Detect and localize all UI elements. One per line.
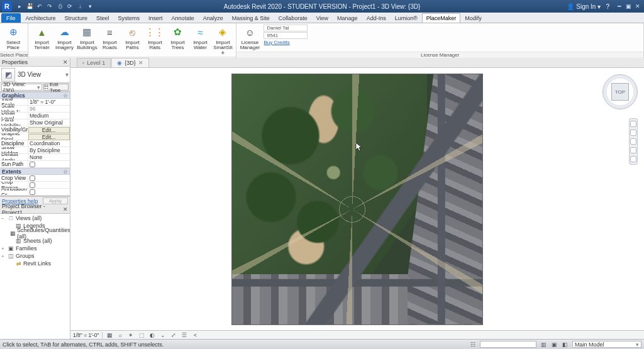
license-manager-button[interactable]: ☺LicenseManager [238,24,261,51]
close-icon[interactable]: ✕ [138,60,143,66]
ribbon-tab[interactable]: Architecture [21,13,60,23]
minimize-button[interactable]: ━ [614,2,623,11]
ribbon-tab[interactable]: Manage [333,13,362,23]
view-tab[interactable]: ▫ Level 1 [77,58,111,67]
import-rails-button[interactable]: ⋮⋮ImportRails [143,24,166,56]
close-button[interactable]: ✕ [633,2,642,11]
property-value[interactable] [28,175,70,181]
qat-save-icon[interactable]: 💾 [25,2,34,11]
ribbon-tab[interactable]: Modify [460,13,486,23]
view-cube[interactable]: TOP [602,74,638,109]
sun-path-icon[interactable]: ✶ [127,331,135,339]
ribbon-tab[interactable]: Add-Ins [362,13,391,23]
visual-style-icon[interactable]: ☼ [116,331,124,339]
nav-wheel-icon[interactable] [630,121,636,127]
shadows-icon[interactable]: ⬚ [138,331,145,339]
close-icon[interactable]: ✕ [63,59,68,65]
qat-print-icon[interactable]: ⎙ [55,2,64,11]
tree-node-icon: ▥ [15,238,22,245]
ribbon-tab[interactable]: Annotate [167,13,199,23]
buildings-icon: ▦ [79,25,94,40]
selection-filter-icon[interactable]: ☷ [469,341,476,348]
select-place-button[interactable]: ⊕ SelectPlace [2,24,25,51]
worksets-icon[interactable]: ▥ [540,341,547,348]
ribbon-tab[interactable]: Systems [114,13,145,23]
qat-redo-icon[interactable]: ↷ [45,2,54,11]
property-value[interactable]: 96 [28,106,70,112]
edit-type-button[interactable]: ☷Edit Type [43,84,69,91]
nav-look-icon[interactable] [630,156,636,162]
tree-twisty-icon[interactable]: − [1,216,6,221]
property-value[interactable] [28,189,70,195]
file-tab[interactable]: File [1,13,21,23]
restore-button[interactable]: ▣ [624,2,633,11]
property-row: DisciplineCoordination [0,140,70,147]
qat-sync-icon[interactable]: ⟳ [65,2,74,11]
tree-twisty-icon[interactable]: + [1,246,6,252]
buy-credits-link[interactable]: Buy Credits [264,40,308,45]
drawing-canvas[interactable]: TOP [70,68,644,330]
import-trees-button[interactable]: ✿ImportTrees [166,24,189,56]
ribbon-tab[interactable]: Insert [144,13,167,23]
rendering-icon[interactable]: ◐ [148,331,156,339]
property-value[interactable]: Edit... [28,127,70,133]
help-icon[interactable]: ? [606,3,609,10]
view-control-bar: 1/8" = 1'-0" ▦ ☼ ✶ ⬚ ◐ ⌄ ⤢ ☰ < [70,330,644,339]
ribbon-tab[interactable]: Lumion® [391,13,422,23]
ribbon-tab[interactable]: Structure [60,13,92,23]
ribbon-tab[interactable]: Analyze [199,13,228,23]
design-options-icon[interactable]: ◧ [562,341,569,348]
tree-node[interactable]: ⇄Revit Links [0,260,70,267]
view-scale-selector[interactable]: 1/8" = 1'-0" [73,332,99,338]
import-buildings-button[interactable]: ▦ImportBuildings [75,24,98,56]
property-value[interactable]: None [28,154,70,160]
project-browser-tree[interactable]: −□Views (all)▤Legends▦Schedules/Quantiti… [0,214,70,339]
view-tab-active[interactable]: ◉ {3D} ✕ [111,58,149,67]
qat-undo-icon[interactable]: ↶ [35,2,44,11]
ribbon-tab[interactable]: Collaborate [274,13,312,23]
main-model-selector[interactable]: Main Model▾ [572,341,641,348]
tree-node[interactable]: −□Views (all) [0,214,70,222]
property-value[interactable]: Show Original [28,119,70,126]
property-group-header[interactable]: Extents☆ [0,168,70,175]
property-value[interactable]: By Discipline [28,147,70,153]
qat-measure-icon[interactable]: ⟂ [75,2,84,11]
import-smartsite-button[interactable]: ◈ImportSmartSite [211,24,234,56]
detail-level-icon[interactable]: ▦ [106,331,113,339]
crop-region-icon[interactable]: ⤢ [170,331,177,339]
import-imagery-button[interactable]: ☁ImportImagery [53,24,75,56]
reveal-icon[interactable]: < [191,331,199,339]
ribbon-tab[interactable]: Massing & Site [228,13,274,23]
editable-only-icon[interactable]: ▣ [551,341,558,348]
instance-selector[interactable]: 3D View: {3D}▾ [1,84,42,91]
tree-twisty-icon[interactable]: + [1,253,6,259]
import-roads-button[interactable]: ≡ImportRoads [98,24,121,56]
navigation-bar[interactable] [629,118,638,165]
property-value[interactable]: Edit... [28,134,70,140]
ribbon-tab-active[interactable]: PlaceMaker [422,13,461,23]
qat-more-icon[interactable]: ▾ [86,2,94,11]
property-value[interactable]: Medium [28,113,70,119]
ribbon-tab[interactable]: View [312,13,333,23]
property-value[interactable] [28,182,70,188]
property-value[interactable]: Coordination [28,140,70,147]
tree-node[interactable]: ▦Schedules/Quantities (all) [0,230,70,237]
nav-zoom-icon[interactable] [630,138,636,145]
property-value[interactable] [28,161,70,167]
property-value[interactable]: 1/8" = 1'-0" [28,99,70,105]
nav-pan-icon[interactable] [630,130,636,136]
tree-node[interactable]: +▣Families [0,245,70,252]
tree-node[interactable]: +◫Groups [0,252,70,260]
selection-count-field[interactable] [480,341,536,348]
ribbon-tab[interactable]: Steel [92,13,114,23]
qat-open-icon[interactable]: ▸ [15,2,24,11]
unlocked-icon[interactable]: ☰ [180,331,188,339]
nav-orbit-icon[interactable] [630,147,636,153]
import-paths-button[interactable]: ⎋ImportPaths [121,24,143,56]
sign-in-button[interactable]: 👤 Sign In ▾ [567,3,601,10]
import-terrain-button[interactable]: ▲ImportTerrain [30,24,53,56]
property-group-header[interactable]: Graphics☆ [0,92,70,99]
close-icon[interactable]: ✕ [63,206,68,213]
crop-icon[interactable]: ⌄ [159,331,167,339]
import-water-button[interactable]: ≈ImportWater [189,24,211,56]
